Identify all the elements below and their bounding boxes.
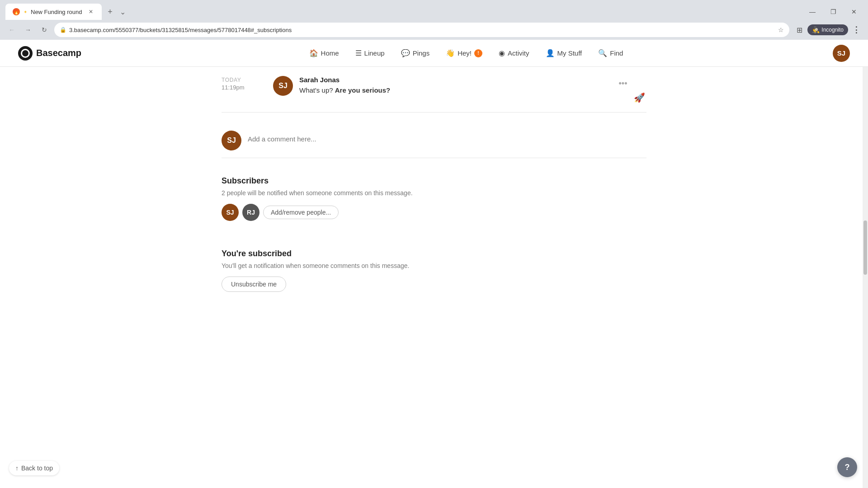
nav-item-home[interactable]: 🏠 Home <box>303 46 345 60</box>
message-actions: ••• 🚀 <box>616 76 646 105</box>
new-tab-button[interactable]: + <box>104 5 116 18</box>
subscriber-avatar-rj: RJ <box>242 204 259 221</box>
message-header: TODAY 11:19pm SJ Sarah Jonas What's up? … <box>222 76 646 96</box>
secure-icon: 🔒 <box>60 27 66 33</box>
tab-title: New Funding round <box>31 9 82 15</box>
subscriber-avatars: SJ RJ Add/remove people... <box>222 204 646 221</box>
pings-icon: 💬 <box>401 49 410 57</box>
message-text-bold: Are you serious? <box>335 86 391 94</box>
window-controls: — ❐ ✕ <box>802 5 868 19</box>
date-label: TODAY <box>222 77 267 83</box>
top-nav: Basecamp 🏠 Home ☰ Lineup 💬 Pings 👋 Hey! … <box>0 40 868 67</box>
url-text: 3.basecamp.com/5550377/buckets/31325815/… <box>69 27 775 33</box>
logo-inner-circle <box>21 49 30 58</box>
app-wrapper: Basecamp 🏠 Home ☰ Lineup 💬 Pings 👋 Hey! … <box>0 40 868 488</box>
nav-item-find[interactable]: 🔍 Find <box>592 46 629 60</box>
tab-sparkle-icon: ✦ <box>24 9 27 14</box>
nav-item-lineup[interactable]: ☰ Lineup <box>349 46 391 60</box>
nav-right: SJ <box>833 45 850 62</box>
main-content: TODAY 11:19pm SJ Sarah Jonas What's up? … <box>176 67 692 319</box>
subscribers-subtitle: 2 people will be notified when someone c… <box>222 189 646 197</box>
nav-item-lineup-label: Lineup <box>364 49 385 57</box>
nav-item-home-label: Home <box>321 49 339 57</box>
nav-item-pings-label: Pings <box>413 49 430 57</box>
scrollbar-thumb[interactable] <box>863 221 867 275</box>
unsubscribe-button[interactable]: Unsubscribe me <box>222 277 286 292</box>
back-to-top-label: Back to top <box>21 465 53 472</box>
scrollbar-track <box>863 40 868 488</box>
nav-item-activity-label: Activity <box>508 49 529 57</box>
tab-overflow-button[interactable]: ⌄ <box>120 8 126 16</box>
logo-icon <box>18 46 33 61</box>
nav-item-hey-label: Hey! <box>458 49 472 57</box>
nav-items: 🏠 Home ☰ Lineup 💬 Pings 👋 Hey! ! ◉ Activ… <box>99 46 833 60</box>
add-remove-people-button[interactable]: Add/remove people... <box>263 206 339 219</box>
date-time: 11:19pm <box>222 84 267 91</box>
incognito-label: Incognito <box>821 27 844 33</box>
nav-logo[interactable]: Basecamp <box>18 46 81 61</box>
comment-input-row: SJ <box>222 123 646 158</box>
active-tab[interactable]: 🔥 ✦ New Funding round ✕ <box>5 4 102 20</box>
more-options-button[interactable]: ⋮ <box>850 23 863 36</box>
home-icon: 🏠 <box>309 49 318 57</box>
bookmark-icon[interactable]: ☆ <box>778 26 784 33</box>
minimize-button[interactable]: — <box>802 5 823 19</box>
subscribed-title: You're subscribed <box>222 249 646 258</box>
subscriber-avatar-sj: SJ <box>222 204 239 221</box>
message-author-name: Sarah Jonas <box>299 76 646 84</box>
tab-favicon: 🔥 <box>13 8 20 15</box>
comment-avatar: SJ <box>222 131 241 150</box>
message-body: Sarah Jonas What's up? Are you serious? <box>299 76 646 96</box>
extensions-icon[interactable]: ⊞ <box>793 23 806 36</box>
mystuff-icon: 👤 <box>546 49 555 57</box>
lineup-icon: ☰ <box>355 49 362 57</box>
comment-input[interactable] <box>248 131 646 147</box>
help-button[interactable]: ? <box>837 457 857 477</box>
close-button[interactable]: ✕ <box>844 5 864 19</box>
nav-item-pings[interactable]: 💬 Pings <box>395 46 436 60</box>
hey-icon: 👋 <box>446 49 455 57</box>
hey-badge: ! <box>474 49 482 57</box>
message-author-avatar: SJ <box>273 76 293 96</box>
help-question-icon: ? <box>845 463 850 472</box>
refresh-button[interactable]: ↻ <box>38 23 51 36</box>
logo-text: Basecamp <box>36 48 81 58</box>
subscribed-subtitle: You'll get a notification when someone c… <box>222 262 646 269</box>
subscribers-title: Subscribers <box>222 176 646 186</box>
back-button[interactable]: ← <box>5 23 18 36</box>
address-bar[interactable]: 🔒 3.basecamp.com/5550377/buckets/3132581… <box>54 23 789 37</box>
nav-item-find-label: Find <box>610 49 623 57</box>
nav-item-mystuff[interactable]: 👤 My Stuff <box>539 46 589 60</box>
user-avatar[interactable]: SJ <box>833 45 850 62</box>
activity-icon: ◉ <box>499 49 505 57</box>
incognito-avatar-icon: 🕵 <box>812 26 820 33</box>
address-bar-row: ← → ↻ 🔒 3.basecamp.com/5550377/buckets/3… <box>0 20 868 40</box>
back-to-top-button[interactable]: ↑ Back to top <box>9 461 59 475</box>
nav-item-activity[interactable]: ◉ Activity <box>492 46 536 60</box>
date-column: TODAY 11:19pm <box>222 76 267 91</box>
reaction-button[interactable]: 🚀 <box>632 90 646 105</box>
message-text-plain: What's up? <box>299 86 335 94</box>
forward-button[interactable]: → <box>22 23 34 36</box>
maximize-button[interactable]: ❐ <box>823 5 844 19</box>
subscribed-section: You're subscribed You'll get a notificat… <box>222 249 646 310</box>
message-section: TODAY 11:19pm SJ Sarah Jonas What's up? … <box>222 76 646 113</box>
address-actions: ⊞ 🕵 Incognito ⋮ <box>793 23 863 36</box>
tab-close-button[interactable]: ✕ <box>87 8 94 15</box>
message-text: What's up? Are you serious? <box>299 85 646 96</box>
subscribers-section: Subscribers 2 people will be notified wh… <box>222 158 646 249</box>
nav-item-mystuff-label: My Stuff <box>557 49 582 57</box>
message-more-button[interactable]: ••• <box>616 76 630 90</box>
back-to-top-arrow-icon: ↑ <box>15 465 19 472</box>
incognito-button[interactable]: 🕵 Incognito <box>807 24 848 35</box>
nav-item-hey[interactable]: 👋 Hey! ! <box>439 46 489 60</box>
find-icon: 🔍 <box>598 49 607 57</box>
